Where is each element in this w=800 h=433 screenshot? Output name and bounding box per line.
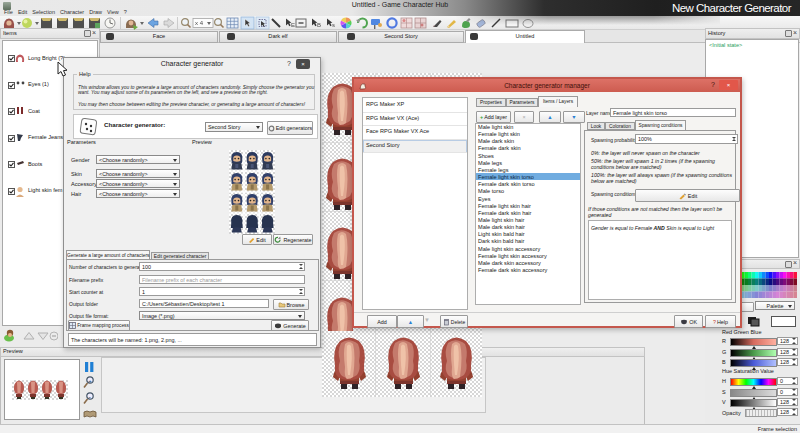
svg-text:B: B	[317, 22, 321, 28]
svg-text:+: +	[88, 378, 92, 384]
svg-text:E: E	[291, 22, 295, 28]
svg-text:x 4: x 4	[195, 20, 204, 26]
svg-text:s: s	[332, 22, 335, 28]
